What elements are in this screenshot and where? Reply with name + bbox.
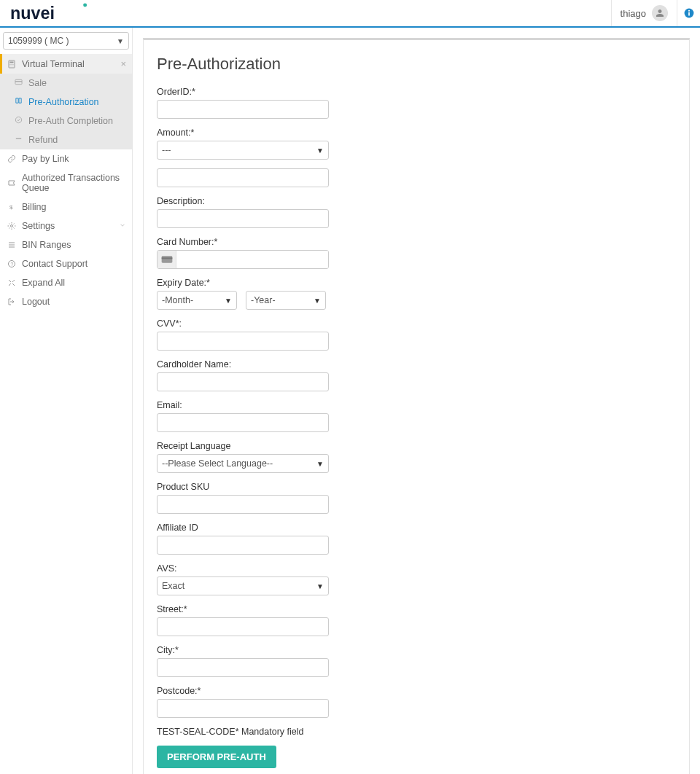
receipt-language-select[interactable]: --Please Select Language-- ▼: [157, 454, 329, 473]
svg-rect-22: [161, 257, 172, 259]
submenu-item-sale[interactable]: Sale: [0, 74, 132, 93]
submenu-virtual-terminal: Sale Pre-Authorization Pre-Auth Completi…: [0, 74, 132, 149]
label-card-number: Card Number:*: [157, 237, 676, 247]
sidebar-item-label: BIN Ranges: [22, 240, 71, 250]
svg-point-0: [83, 4, 87, 7]
sidebar-item-label: Contact Support: [22, 259, 88, 269]
svg-point-4: [688, 10, 689, 12]
submenu-item-pre-authorization[interactable]: Pre-Authorization: [0, 93, 132, 112]
sidebar-item-authorized-transactions-queue[interactable]: Authorized Transactions Queue: [0, 168, 132, 198]
credit-card-icon: [158, 251, 176, 268]
sidebar-item-bin-ranges[interactable]: BIN Ranges: [0, 235, 132, 254]
label-email: Email:: [157, 400, 676, 410]
user-menu[interactable]: thiago: [611, 0, 677, 26]
logo: nuvei: [10, 3, 90, 23]
link-icon: [7, 155, 16, 163]
merchant-selected-label: 1059999 ( MC ): [8, 36, 69, 46]
perform-pre-auth-button[interactable]: PERFORM PRE-AUTH: [157, 746, 276, 768]
gear-icon: [7, 222, 16, 230]
svg-point-18: [11, 225, 13, 227]
expiry-year-select[interactable]: -Year- ▼: [246, 291, 326, 310]
select-value: -Year-: [251, 295, 276, 305]
sidebar-item-expand-all[interactable]: Expand All: [0, 273, 132, 292]
card-number-input[interactable]: [176, 251, 328, 268]
svg-point-7: [10, 64, 11, 65]
label-amount: Amount:*: [157, 128, 676, 138]
page-title: Pre-Authorization: [157, 55, 676, 74]
select-value: Exact: [162, 581, 184, 591]
submenu-item-pre-auth-completion[interactable]: Pre-Auth Completion: [0, 112, 132, 130]
cardholder-name-input[interactable]: [157, 372, 329, 391]
city-input[interactable]: [157, 658, 329, 677]
card-number-field: [157, 250, 329, 269]
layout: 1059999 ( MC ) ▼ Virtual Terminal × Sale…: [0, 28, 700, 774]
dropdown-caret-icon: ▼: [316, 460, 324, 468]
info-button[interactable]: [677, 0, 700, 26]
svg-point-11: [12, 66, 12, 66]
label-cvv: CVV*:: [157, 318, 676, 329]
ticket-icon: [7, 179, 16, 187]
svg-text:$: $: [9, 204, 13, 211]
merchant-select[interactable]: 1059999 ( MC ) ▼: [3, 32, 129, 50]
select-value: ---: [162, 145, 171, 155]
svg-text:?: ?: [11, 262, 14, 267]
sidebar-item-label: Settings: [22, 221, 55, 231]
product-sku-input[interactable]: [157, 495, 329, 514]
calculator-icon: [7, 60, 16, 69]
email-input[interactable]: [157, 413, 329, 432]
sidebar-item-settings[interactable]: Settings: [0, 216, 132, 235]
label-description: Description:: [157, 196, 676, 206]
svg-point-9: [13, 64, 14, 65]
expand-icon: [7, 278, 16, 287]
affiliate-id-input[interactable]: [157, 536, 329, 555]
avs-select[interactable]: Exact ▼: [157, 576, 329, 595]
dropdown-caret-icon: ▼: [225, 297, 232, 305]
header: nuvei thiago: [0, 0, 700, 28]
description-input[interactable]: [157, 209, 329, 228]
main: Pre-Authorization OrderID:* Amount:* ---…: [133, 28, 700, 774]
check-circle-icon: [15, 116, 23, 126]
close-icon[interactable]: ×: [120, 58, 126, 69]
svg-rect-16: [16, 138, 21, 139]
info-icon: [684, 8, 694, 18]
sidebar-item-billing[interactable]: $ Billing: [0, 198, 132, 216]
logout-icon: [7, 297, 16, 306]
amount-currency-select[interactable]: --- ▼: [157, 141, 329, 160]
footnote: TEST-SEAL-CODE* Mandatory field: [157, 727, 676, 737]
cvv-input[interactable]: [157, 332, 329, 351]
label-expiry-date: Expiry Date:*: [157, 278, 676, 288]
label-city: City:*: [157, 645, 676, 655]
submenu-item-label: Sale: [28, 78, 47, 88]
label-cardholder-name: Cardholder Name:: [157, 359, 676, 370]
book-icon: [15, 97, 23, 107]
label-product-sku: Product SKU: [157, 482, 676, 492]
label-order-id: OrderID:*: [157, 87, 676, 97]
svg-rect-21: [161, 256, 172, 262]
sidebar-item-contact-support[interactable]: ? Contact Support: [0, 254, 132, 273]
sidebar-item-logout[interactable]: Logout: [0, 292, 132, 311]
submenu-item-refund[interactable]: Refund: [0, 130, 132, 149]
street-input[interactable]: [157, 617, 329, 636]
submenu-item-label: Pre-Authorization: [28, 97, 99, 107]
postcode-input[interactable]: [157, 699, 329, 718]
label-receipt-language: Receipt Language: [157, 441, 676, 451]
dollar-icon: $: [7, 203, 16, 211]
svg-point-15: [15, 117, 21, 122]
svg-rect-3: [688, 12, 690, 16]
select-value: --Please Select Language--: [162, 458, 273, 469]
svg-point-8: [12, 64, 12, 65]
order-id-input[interactable]: [157, 100, 329, 119]
svg-point-10: [10, 66, 11, 66]
sidebar-item-label: Logout: [22, 297, 50, 307]
sidebar-item-virtual-terminal[interactable]: Virtual Terminal ×: [0, 54, 132, 74]
expiry-month-select[interactable]: -Month- ▼: [157, 291, 237, 310]
dropdown-caret-icon: ▼: [316, 582, 324, 590]
amount-input[interactable]: [157, 168, 329, 187]
sidebar-item-pay-by-link[interactable]: Pay by Link: [0, 149, 132, 168]
chevron-down-icon: [119, 221, 126, 231]
nuvei-logo-icon: nuvei: [10, 3, 90, 23]
sidebar-item-label: Authorized Transactions Queue: [22, 173, 126, 193]
dropdown-caret-icon: ▼: [316, 146, 324, 155]
select-value: -Month-: [162, 295, 193, 305]
panel: Pre-Authorization OrderID:* Amount:* ---…: [143, 38, 690, 774]
